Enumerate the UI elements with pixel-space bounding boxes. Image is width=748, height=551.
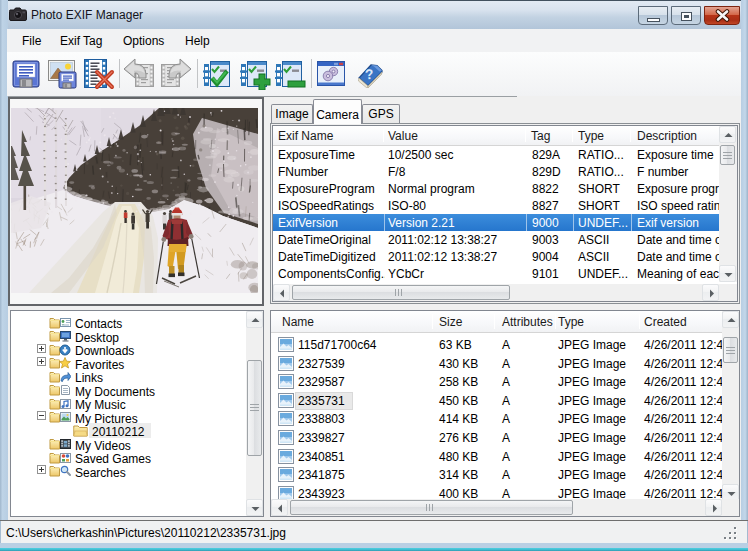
svg-text:?: ?	[364, 66, 374, 83]
